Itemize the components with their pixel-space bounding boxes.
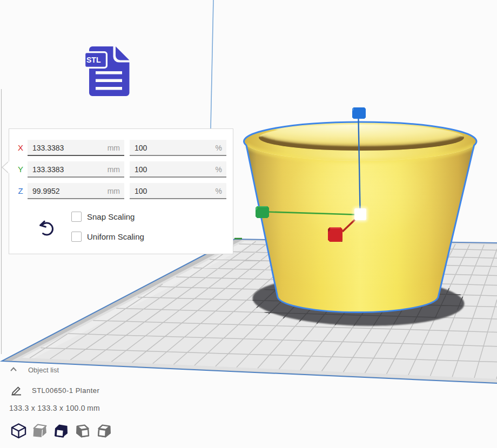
svg-text:STL: STL xyxy=(86,56,101,64)
